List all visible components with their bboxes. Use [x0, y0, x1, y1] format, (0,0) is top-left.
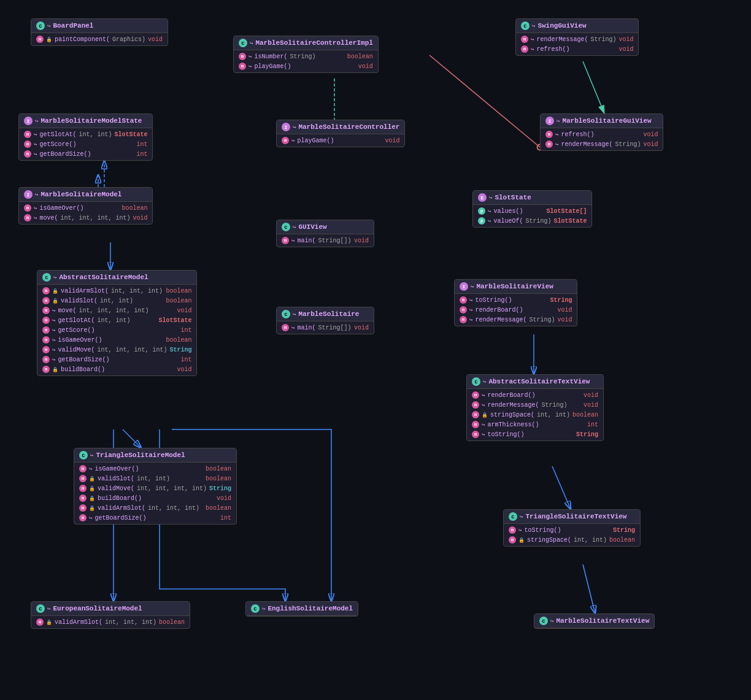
visibility-badge: m [42, 307, 50, 314]
visibility-badge: m [24, 214, 31, 221]
visibility-badge: m [24, 131, 31, 138]
visibility-badge: m [282, 137, 289, 144]
lock-icon: 🔒 [89, 476, 95, 482]
method-row: p↪values()SlotState[] [473, 206, 591, 216]
visibility-badge: m [42, 356, 50, 363]
svg-line-11 [123, 429, 141, 448]
uml-header-marblesolitairemodel: I↪MarbleSolitaireModel [19, 188, 152, 202]
method-name: playGame() [297, 137, 334, 144]
uml-body: m↪toString()Stringm🔒stringSpace(int, int… [504, 524, 640, 546]
method-row: m↪toString()String [504, 525, 640, 535]
method-params: int, int, int) [105, 619, 156, 626]
method-row: m🔒validSlot(int, int)boolean [74, 474, 236, 483]
visibility-badge: m [545, 140, 553, 148]
type-badge: I [282, 123, 290, 131]
svg-line-10 [429, 55, 540, 147]
method-row: m↪isGameOver()boolean [74, 464, 236, 474]
method-name: isGameOver() [58, 337, 102, 344]
class-title: BoardPanel [53, 22, 93, 29]
visibility-badge: m [460, 306, 467, 313]
method-row: m↪validMove(int, int, int, int)String [37, 345, 196, 355]
type-badge: C [472, 377, 480, 386]
lock-icon: 🔒 [89, 496, 95, 501]
uml-box-marblesolitairemodel: I↪MarbleSolitaireModelm↪isGameOver()bool… [18, 187, 153, 225]
method-row: m↪getScore()int [37, 325, 196, 335]
method-name: renderMessage( [487, 402, 539, 409]
visibility-badge: m [509, 536, 516, 544]
method-params: int, int, int) [111, 288, 163, 294]
method-name: move( [39, 215, 58, 221]
class-title: TriangleSolitaireTextView [525, 513, 626, 520]
method-name: renderMessage( [536, 36, 588, 43]
method-row: m↪renderMessage(String)void [467, 400, 603, 410]
method-return: boolean [206, 466, 231, 472]
visibility-badge: m [472, 391, 479, 399]
uml-box-trianglesolitairemodel: C↪TriangleSolitaireModelm↪isGameOver()bo… [74, 448, 237, 525]
uml-header-marblesolitairecontrollerimpl: C↪MarbleSolitaireControllerImpl [234, 36, 378, 50]
method-row: m↪renderMessage(String)void [455, 315, 577, 325]
method-row: m↪playGame()void [277, 136, 404, 145]
uml-header-marblesolitaire: C↪MarbleSolitaire [277, 307, 374, 321]
uml-header-marblesolitaireview: I↪MarbleSolitaireView [455, 280, 577, 294]
method-row: m🔒stringSpace(int, int)boolean [504, 535, 640, 545]
method-name: validSlot( [98, 475, 134, 482]
visibility-badge: m [42, 287, 50, 294]
svg-line-15 [583, 564, 595, 613]
method-name: validMove( [98, 485, 134, 492]
class-title: EnglishSolitaireModel [268, 605, 353, 612]
uml-header-abstractsolitairetextview: C↪AbstractSolitaireTextView [467, 375, 603, 389]
method-name: renderBoard() [487, 392, 535, 399]
method-name: getScore() [39, 141, 76, 148]
method-params: int, int, int) [148, 505, 199, 512]
method-row: m🔒validArmSlot(int, int, int)boolean [31, 617, 190, 627]
type-badge: C [42, 273, 51, 282]
svg-line-14 [552, 466, 571, 509]
class-title: MarbleSolitaireController [298, 123, 399, 131]
method-name: getBoardSize() [94, 515, 146, 521]
uml-body: m↪isGameOver()booleanm↪move(int, int, in… [19, 202, 152, 224]
type-badge: C [251, 604, 260, 613]
lock-icon: 🔒 [89, 506, 95, 511]
method-return: String [209, 485, 231, 492]
method-name: buildBoard() [98, 495, 142, 502]
method-return: void [557, 317, 572, 323]
method-return: boolean [159, 619, 185, 626]
visibility-badge: p [478, 207, 485, 215]
method-name: toString() [524, 527, 561, 534]
method-name: renderMessage( [475, 317, 526, 323]
method-params: int, int) [137, 475, 170, 482]
uml-body: m↪main(String[])void [277, 234, 374, 247]
uml-body: m↪main(String[])void [277, 321, 374, 334]
uml-header-marblesolitairetextview: C↪MarbleSolitaireTextView [534, 614, 654, 628]
type-badge: C [282, 310, 290, 318]
visibility-badge: m [79, 475, 87, 482]
method-return: void [643, 131, 658, 138]
class-title: MarbleSolitaire [298, 310, 359, 318]
visibility-badge: m [472, 401, 479, 409]
method-name: validSlot( [61, 298, 98, 304]
uml-box-boardpanel: C↪BoardPanelm🔒paintComponent(Graphics)vo… [31, 18, 168, 46]
uml-box-marblesolitairecontroller: I↪MarbleSolitaireControllerm↪playGame()v… [276, 120, 405, 147]
uml-box-marblesolitairecontrollerimpl: C↪MarbleSolitaireControllerImplm↪isNumbe… [233, 36, 379, 73]
method-return: boolean [206, 475, 231, 482]
method-row: m↪isGameOver()boolean [37, 335, 196, 345]
method-name: armThickness() [487, 421, 539, 428]
class-title: SwingGuiView [537, 22, 586, 29]
type-badge: I [460, 282, 468, 291]
visibility-badge: m [509, 526, 516, 534]
visibility-badge: m [24, 150, 31, 158]
visibility-badge: m [42, 366, 50, 373]
uml-header-boardpanel: C↪BoardPanel [31, 19, 168, 33]
type-badge: C [36, 604, 45, 613]
uml-box-marblesolitaire: C↪MarbleSolitairem↪main(String[])void [276, 307, 374, 334]
visibility-badge: m [79, 485, 87, 492]
method-return: boolean [166, 337, 191, 344]
method-return: void [177, 366, 191, 373]
class-title: AbstractSolitaireModel [59, 274, 148, 281]
method-return: void [354, 237, 369, 244]
visibility-badge: m [42, 317, 50, 324]
method-return: SlotState [158, 317, 191, 324]
type-badge: E [478, 193, 487, 202]
method-return: void [177, 307, 191, 314]
type-badge: I [24, 117, 33, 125]
